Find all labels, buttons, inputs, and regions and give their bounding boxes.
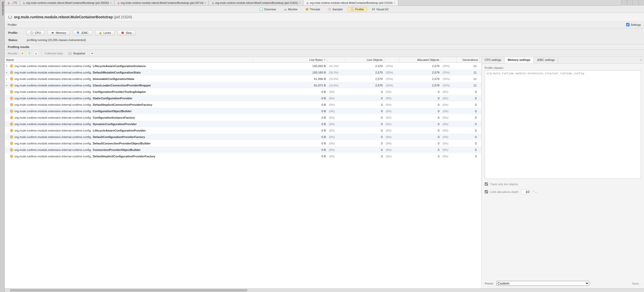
window-minimize-button[interactable]	[621, 0, 627, 6]
settings-label: Settings	[631, 23, 641, 26]
window-restore-button[interactable]	[627, 0, 633, 6]
preset-select[interactable]: Custom	[496, 281, 589, 286]
settings-checkbox[interactable]	[626, 23, 630, 26]
scrollbar-thumb[interactable]	[10, 289, 247, 291]
allocated-objects-value: 0	[400, 155, 441, 158]
settings-close-icon[interactable]: ×	[638, 57, 644, 63]
col-live-objects[interactable]: Live Objects	[345, 57, 384, 62]
live-bytes-value: 61,896 B	[314, 77, 326, 80]
table-row[interactable]: ▸Corg.mule.runtime.module.extension.inte…	[5, 82, 481, 88]
table-row[interactable]: Corg.mule.runtime.module.extension.inter…	[5, 153, 481, 159]
live-bytes-pct: (26.3%)	[327, 71, 345, 74]
track-live-checkbox[interactable]	[485, 182, 488, 186]
stepper-icon[interactable]: ⌃⌄	[532, 190, 537, 193]
close-icon[interactable]: ×	[205, 1, 206, 4]
close-icon[interactable]: ×	[110, 1, 112, 4]
settings-tab[interactable]: JDBC settings	[534, 57, 558, 63]
live-bytes-value: 0 B	[321, 148, 326, 151]
live-bytes-value: 0 B	[321, 155, 326, 158]
window-tab-label: org.mule.runtime.module.reboot.MuleConta…	[121, 1, 203, 4]
save-button[interactable]: Save...	[632, 282, 641, 285]
view-profiler-button[interactable]: Profiler	[348, 7, 367, 12]
class-package: org.mule.runtime.module.extension.intern…	[14, 103, 92, 106]
class-name: ConfigurationObjectBuilder	[93, 110, 132, 113]
svg-rect-7	[372, 8, 373, 10]
delta-icon[interactable]	[34, 51, 38, 56]
table-row[interactable]: ▸Corg.mule.runtime.module.extension.inte…	[5, 69, 481, 76]
table-row[interactable]: Corg.mule.runtime.module.extension.inter…	[5, 108, 481, 114]
allocated-objects-pct: (0%)	[441, 103, 457, 106]
export-icon[interactable]	[90, 51, 95, 56]
col-live-bytes[interactable]: Live Bytes▼	[253, 57, 327, 62]
application-rail[interactable]: Applications	[0, 0, 5, 292]
window-tab[interactable]: org.mule.runtime.module.reboot.MuleConta…	[114, 0, 209, 5]
col-allocated-objects[interactable]: Allocated Objects	[400, 57, 441, 62]
table-body[interactable]: ▸Corg.mule.runtime.module.extension.inte…	[5, 63, 481, 288]
profile-cpu-button[interactable]: CPU	[26, 30, 45, 35]
track-live-checkbox-row[interactable]: Track only live objects	[485, 182, 641, 186]
window-tab[interactable]: org.mule.runtime.module.reboot.MuleConta…	[303, 0, 398, 5]
limit-depth-row[interactable]: Limit allocations depth: ⌃⌄	[485, 189, 641, 194]
table-row[interactable]: Corg.mule.runtime.module.extension.inter…	[5, 114, 481, 121]
limit-depth-checkbox[interactable]	[485, 190, 488, 193]
settings-toggle[interactable]: Settings	[626, 23, 641, 26]
view-monitor-button[interactable]: Monitor	[281, 7, 301, 12]
settings-tab[interactable]: CPU settings	[482, 57, 505, 63]
expand-icon[interactable]: ▸	[6, 78, 9, 80]
sampler-icon	[328, 8, 331, 11]
generations-value: 0	[457, 103, 480, 106]
live-objects-pct: (25%)	[384, 84, 400, 87]
view-visualgc-button[interactable]: Visual GC	[369, 7, 392, 12]
profile-jdbc-button[interactable]: JDBC	[73, 30, 92, 35]
expand-icon[interactable]: ▸	[6, 71, 9, 74]
col-name[interactable]: Name	[5, 57, 253, 62]
table-row[interactable]: Corg.mule.runtime.module.extension.inter…	[5, 134, 481, 140]
window-close-button[interactable]	[638, 0, 644, 6]
snapshot-button[interactable]: Snapshot	[66, 51, 88, 55]
table-row[interactable]: Corg.mule.runtime.module.extension.inter…	[5, 140, 481, 147]
live-bytes-value: 0 B	[321, 110, 326, 113]
table-row[interactable]: Corg.mule.runtime.module.extension.inter…	[5, 147, 481, 153]
col-generations[interactable]: Generations	[457, 57, 480, 62]
live-bytes-value: 165,056 B	[312, 64, 326, 68]
limit-depth-input[interactable]	[521, 189, 530, 194]
refresh-icon[interactable]	[27, 51, 32, 56]
profile-locks-button[interactable]: Locks	[95, 30, 115, 35]
title-bar: org.mule.runtime.module.reboot.MuleConta…	[5, 13, 644, 21]
live-objects-pct: (0%)	[384, 142, 400, 145]
expand-icon[interactable]: ▸	[6, 84, 9, 87]
view-sampler-button[interactable]: Sampler	[325, 7, 346, 12]
svg-text:C: C	[11, 123, 13, 125]
live-objects-value: 2,578	[345, 84, 384, 87]
allocated-objects-pct: (25%)	[441, 84, 457, 87]
window-tab[interactable]: ...77)	[5, 0, 20, 5]
status-row: Status: profiling running (20,285 classe…	[5, 37, 644, 44]
profile-memory-button[interactable]: Memory	[47, 30, 70, 35]
close-icon[interactable]: ×	[394, 1, 395, 4]
generations-value: 11	[457, 71, 480, 74]
settings-tab[interactable]: Memory settings	[505, 57, 533, 63]
table-row[interactable]: Corg.mule.runtime.module.extension.inter…	[5, 121, 481, 127]
window-maximize-button[interactable]	[633, 0, 638, 6]
preset-label: Preset:	[485, 282, 494, 285]
table-row[interactable]: Corg.mule.runtime.module.extension.inter…	[5, 95, 481, 101]
table-row[interactable]: Corg.mule.runtime.module.extension.inter…	[5, 127, 481, 134]
class-icon: C	[10, 116, 13, 119]
allocated-objects-pct: (0%)	[441, 123, 457, 126]
view-overview-button[interactable]: Overview	[257, 7, 279, 12]
profile-stop-button[interactable]: Stop	[117, 30, 136, 35]
table-row[interactable]: ▸Corg.mule.runtime.module.extension.inte…	[5, 63, 481, 69]
status-text: profiling running (20,285 classes instru…	[27, 38, 86, 42]
table-row[interactable]: Corg.mule.runtime.module.extension.inter…	[5, 101, 481, 108]
table-row[interactable]: ▸Corg.mule.runtime.module.extension.inte…	[5, 76, 481, 82]
horizontal-scrollbar[interactable]	[5, 288, 644, 292]
view-threads-button[interactable]: Threads	[303, 7, 323, 12]
close-icon[interactable]: ×	[299, 1, 301, 4]
svg-rect-0	[260, 8, 263, 11]
expand-icon[interactable]: ▸	[6, 65, 9, 67]
pause-icon[interactable]	[20, 51, 25, 56]
window-tab[interactable]: org.mule.runtime.module.reboot.MuleConta…	[209, 0, 303, 5]
table-row[interactable]: Corg.mule.runtime.module.extension.inter…	[5, 88, 481, 95]
profile-classes-textarea[interactable]: org.mule.runtime.module.extension.intern…	[485, 70, 641, 179]
window-tab[interactable]: org.mule.runtime.module.reboot.MuleConta…	[20, 0, 114, 5]
